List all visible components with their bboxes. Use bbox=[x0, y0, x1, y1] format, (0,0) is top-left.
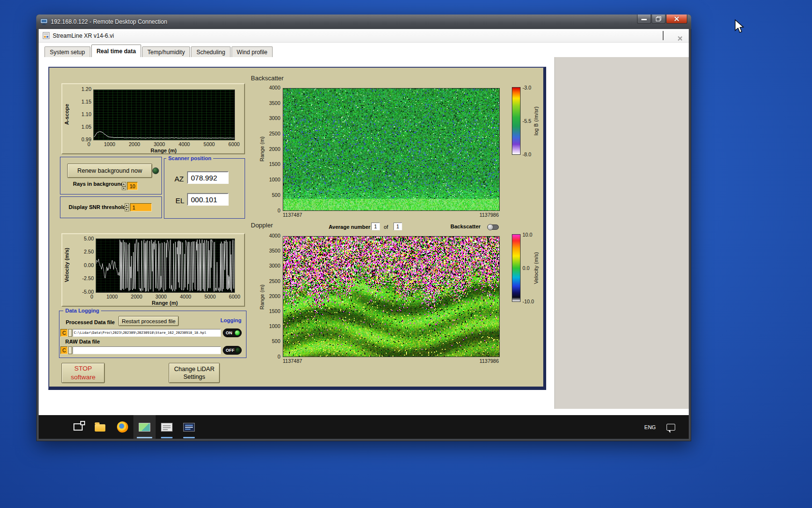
restore-icon bbox=[663, 31, 664, 40]
tab-wind-profile[interactable]: Wind profile bbox=[232, 46, 273, 57]
tick-label: 1.20 bbox=[82, 87, 91, 92]
remote-desktop-icon bbox=[40, 18, 48, 26]
doppler-ylabel: Range (m) bbox=[259, 273, 265, 321]
rdp-minimize-button[interactable] bbox=[637, 15, 651, 24]
doppler-plot bbox=[283, 236, 500, 357]
velocity-xticks: 0100020003000400050006000 bbox=[90, 294, 240, 299]
ascope-chart: A-scope 1.201.151.101.050.99 01000200030… bbox=[61, 83, 245, 154]
ascope-xlabel: Range (m) bbox=[93, 148, 234, 153]
doppler-xlabels: 1137487 1137986 bbox=[283, 358, 499, 364]
processed-path-field[interactable]: C:\Lidar\Data\Proc\2023\202309\20230918\… bbox=[72, 329, 221, 337]
ascope-yticks: 1.201.151.101.050.99 bbox=[72, 87, 91, 142]
renew-background-button[interactable]: Renew background now bbox=[67, 164, 152, 178]
ascope-ylabel: A-scope bbox=[64, 88, 70, 140]
restore-icon bbox=[656, 16, 661, 21]
tick-label: -2.50 bbox=[82, 276, 94, 281]
remote-desktop-area bbox=[554, 57, 689, 409]
app-restore-button[interactable] bbox=[663, 31, 664, 40]
tick-label: 3000 bbox=[269, 263, 280, 269]
backscatter-toggle-switch[interactable] bbox=[487, 224, 499, 230]
background-controls-group: Renew background now Rays in background … bbox=[60, 157, 162, 194]
tick-label: -3.0 bbox=[522, 85, 531, 90]
rays-value-field[interactable]: 10 bbox=[127, 182, 138, 190]
rdp-titlebar[interactable]: 192.168.0.122 - Remote Desktop Connectio… bbox=[36, 15, 691, 29]
rdp-display-icon bbox=[139, 423, 150, 432]
scan-scheduler-app-button[interactable] bbox=[156, 415, 178, 439]
raw-drive-field[interactable]: C bbox=[60, 346, 68, 354]
tab-real-time-data[interactable]: Real time data bbox=[91, 45, 141, 57]
scanner-position-title: Scanner position bbox=[166, 155, 213, 162]
average-count-field[interactable]: 1 bbox=[393, 223, 402, 230]
tick-label: 0 bbox=[277, 354, 280, 359]
raw-logging-toggle[interactable]: OFF bbox=[223, 346, 242, 355]
close-icon bbox=[674, 16, 680, 22]
file-explorer-button[interactable] bbox=[89, 415, 111, 439]
change-button-line2: Settings bbox=[183, 373, 205, 381]
app-titlebar[interactable]: StreamLine XR v14-6.vi bbox=[39, 29, 689, 43]
tab-system-setup[interactable]: System setup bbox=[44, 46, 90, 57]
tick-label: 2000 bbox=[131, 294, 142, 299]
snr-value-field[interactable]: 1 bbox=[130, 203, 152, 211]
velocity-ylabel: Velocity (m/s) bbox=[64, 238, 70, 292]
tick-label: 1000 bbox=[269, 324, 280, 329]
processed-drive-field[interactable]: C bbox=[60, 329, 68, 337]
velocity-plot bbox=[96, 239, 235, 293]
az-label: AZ bbox=[174, 175, 184, 183]
average-number-field[interactable]: 1 bbox=[371, 223, 380, 230]
rdp-restore-button[interactable] bbox=[652, 15, 666, 24]
doppler-colorbar-label: Velocity (m/s) bbox=[533, 237, 539, 299]
data-logging-group: Data Logging Processed Data file Restart… bbox=[59, 311, 246, 358]
tick-label: 0 bbox=[277, 208, 280, 213]
language-indicator[interactable]: ENG bbox=[641, 415, 659, 439]
tab-scheduling[interactable]: Scheduling bbox=[191, 46, 230, 57]
processed-browse-button[interactable] bbox=[68, 329, 72, 337]
raw-data-file-label: RAW Data file bbox=[65, 339, 100, 344]
tick-label: 4000 bbox=[179, 141, 190, 147]
change-lidar-settings-button[interactable]: Change LiDAR Settings bbox=[169, 363, 220, 383]
tick-label: 2000 bbox=[129, 141, 140, 147]
doppler-title: Doppler bbox=[251, 222, 273, 229]
tick-label: 1000 bbox=[104, 141, 115, 147]
processed-data-file-label: Processed Data file bbox=[66, 319, 115, 325]
front-panel: A-scope 1.201.151.101.050.99 01000200030… bbox=[48, 67, 546, 390]
labview-vi-icon bbox=[43, 32, 50, 39]
backscatter-plot bbox=[283, 88, 500, 211]
rdp-display-app-button[interactable] bbox=[133, 415, 156, 439]
snr-spinner[interactable] bbox=[125, 203, 129, 211]
ascope-plot bbox=[93, 90, 235, 140]
restart-processed-file-button[interactable]: Restart processed file bbox=[118, 316, 179, 326]
tick-label: 10.0 bbox=[522, 232, 534, 238]
terminal-app-button[interactable] bbox=[178, 415, 200, 439]
rdp-close-button[interactable] bbox=[666, 15, 687, 24]
tick-label: 2500 bbox=[269, 131, 280, 136]
tick-label: 3000 bbox=[156, 294, 167, 299]
el-label: EL bbox=[175, 196, 184, 205]
action-center-button[interactable] bbox=[663, 415, 679, 439]
ascope-xticks: 0100020003000400050006000 bbox=[87, 141, 240, 147]
doppler-x-start: 1137487 bbox=[283, 358, 302, 364]
processed-logging-toggle[interactable]: ON bbox=[223, 329, 242, 337]
scan-scheduler-icon bbox=[161, 423, 173, 432]
velocity-yticks: 5.002.500.00-2.50-5.00 bbox=[71, 236, 94, 294]
backscatter-colorbar bbox=[512, 87, 521, 155]
backscatter-toggle-label: Backscatter bbox=[450, 224, 480, 229]
tick-label: 2.50 bbox=[84, 249, 94, 254]
tick-label: 1500 bbox=[269, 162, 280, 167]
tick-label: 500 bbox=[272, 339, 280, 344]
tick-label: 4000 bbox=[269, 233, 280, 239]
stop-software-button[interactable]: STOP software bbox=[61, 363, 105, 383]
raw-browse-button[interactable] bbox=[68, 346, 72, 354]
rays-spinner[interactable] bbox=[122, 182, 126, 190]
tab-temp-humidity[interactable]: Temp/humidity bbox=[142, 46, 190, 57]
scanner-position-group: Scanner position AZ 078.992 EL 000.101 bbox=[164, 158, 245, 219]
firefox-icon bbox=[117, 421, 128, 433]
data-logging-title: Data Logging bbox=[63, 307, 101, 314]
tick-label: 1500 bbox=[269, 309, 280, 314]
tick-label: 1.10 bbox=[82, 112, 91, 117]
task-view-button[interactable] bbox=[67, 415, 89, 439]
firefox-button[interactable] bbox=[111, 415, 133, 439]
az-value: 078.992 bbox=[187, 171, 229, 184]
tick-label: -10.0 bbox=[522, 299, 534, 304]
tick-label: 1.15 bbox=[82, 99, 91, 105]
raw-path-field[interactable] bbox=[72, 346, 221, 354]
